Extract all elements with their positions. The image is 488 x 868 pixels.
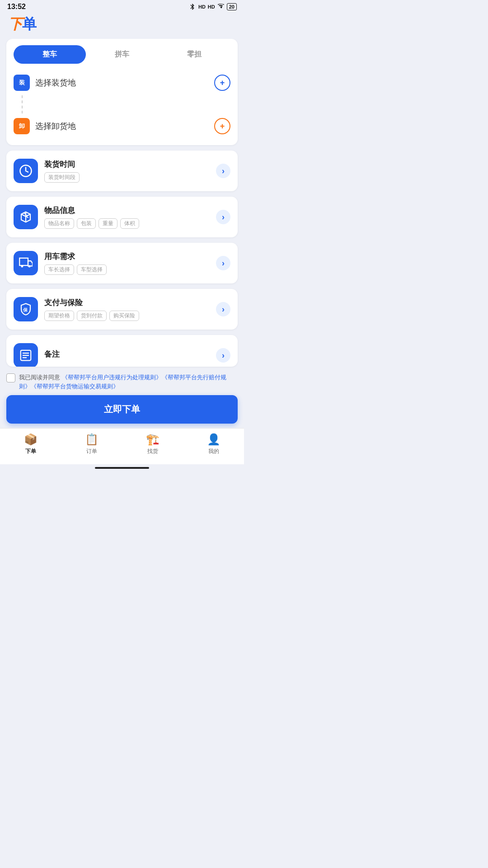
- nav-orders-label: 订单: [86, 448, 97, 455]
- agreement-checkbox[interactable]: [6, 373, 15, 382]
- notes-icon-box: [14, 343, 38, 367]
- goods-icon-box: [14, 205, 38, 229]
- segment-tabs[interactable]: 整车 拼车 零担: [14, 45, 230, 64]
- bluetooth-icon: [189, 3, 196, 10]
- tag-volume: 体积: [120, 218, 139, 229]
- notes-arrow[interactable]: ›: [216, 348, 230, 363]
- status-icons: HD HD 20: [189, 3, 237, 10]
- nav-order-label: 下单: [25, 448, 36, 455]
- app-title: 下单: [8, 14, 236, 34]
- agreement-row: 我已阅读并同意 《帮帮邦平台用户违规行为处理规则》《帮帮邦平台先行赔付规则》《帮…: [0, 371, 244, 391]
- agreement-text: 我已阅读并同意 《帮帮邦平台用户违规行为处理规则》《帮帮邦平台先行赔付规则》《帮…: [19, 373, 238, 391]
- to-badge: 卸: [14, 118, 30, 134]
- nav-item-orders[interactable]: 📋 订单: [61, 433, 122, 455]
- tag-packaging: 包装: [77, 218, 96, 229]
- vehicle-icon-box: [14, 251, 38, 275]
- status-bar: 13:52 HD HD 20: [0, 0, 244, 13]
- nav-mine-label: 我的: [208, 448, 219, 455]
- to-add-button[interactable]: +: [214, 118, 230, 134]
- nav-item-mine[interactable]: 👤 我的: [183, 433, 244, 455]
- note-icon: [19, 349, 33, 362]
- payment-card[interactable]: 保 支付与保险 期望价格 货到付款 购买保险 ›: [6, 289, 238, 330]
- from-label: 选择装货地: [35, 77, 209, 88]
- payment-title: 支付与保险: [44, 297, 210, 308]
- location-section: 装 选择装货地 + 卸 选择卸货地 +: [14, 70, 230, 139]
- vehicle-req-tags: 车长选择 车型选择: [44, 264, 210, 275]
- main-content: 整车 拼车 零担 装 选择装货地 + 卸 选择卸货地 +: [0, 39, 244, 371]
- from-plus-icon: +: [220, 78, 225, 88]
- signal-icon2: HD: [208, 4, 215, 9]
- bottom-indicator: [95, 467, 149, 469]
- battery-icon: 20: [227, 3, 237, 10]
- app-header: 下单: [0, 13, 244, 39]
- status-time: 13:52: [7, 3, 26, 11]
- goods-info-title: 物品信息: [44, 205, 210, 216]
- tag-cod: 货到付款: [77, 311, 107, 321]
- loading-time-icon-box: [14, 159, 38, 183]
- nav-mine-icon: 👤: [207, 433, 221, 446]
- nav-find-icon: 🏗️: [146, 433, 160, 446]
- box-icon: [19, 210, 33, 224]
- svg-point-1: [21, 265, 23, 267]
- loading-time-row: 装货时间 装货时间段 ›: [14, 157, 230, 185]
- payment-text: 支付与保险 期望价格 货到付款 购买保险: [44, 297, 210, 321]
- notes-row: 备注 ›: [14, 341, 230, 367]
- tag-insurance: 购买保险: [109, 311, 139, 321]
- tabs-location-card: 整车 拼车 零担 装 选择装货地 + 卸 选择卸货地 +: [6, 39, 238, 145]
- agreement-link1[interactable]: 《帮帮邦平台用户违规行为处理规则》: [62, 374, 162, 381]
- payment-row: 保 支付与保险 期望价格 货到付款 购买保险 ›: [14, 295, 230, 323]
- nav-orders-icon: 📋: [85, 433, 99, 446]
- vehicle-req-text: 用车需求 车长选择 车型选择: [44, 251, 210, 275]
- tab-zhengche[interactable]: 整车: [14, 45, 86, 64]
- goods-info-card[interactable]: 物品信息 物品名称 包装 重量 体积 ›: [6, 197, 238, 237]
- bottom-nav: 📦 下单 📋 订单 🏗️ 找货 👤 我的: [0, 428, 244, 464]
- payment-arrow[interactable]: ›: [216, 302, 230, 316]
- tag-time-range: 装货时间段: [44, 172, 80, 183]
- nav-order-icon: 📦: [24, 433, 38, 446]
- from-location-row[interactable]: 装 选择装货地 +: [14, 70, 230, 95]
- to-label: 选择卸货地: [35, 121, 209, 132]
- svg-text:保: 保: [23, 307, 28, 312]
- tab-lingdan[interactable]: 零担: [158, 45, 230, 64]
- goods-info-arrow[interactable]: ›: [216, 210, 230, 224]
- loading-time-tags: 装货时间段: [44, 172, 210, 183]
- goods-info-text: 物品信息 物品名称 包装 重量 体积: [44, 205, 210, 229]
- location-connector: [22, 95, 23, 113]
- notes-title: 备注: [44, 349, 210, 359]
- tag-expected-price: 期望价格: [44, 311, 74, 321]
- notes-text: 备注: [44, 349, 210, 362]
- loading-time-title: 装货时间: [44, 159, 210, 170]
- from-add-button[interactable]: +: [214, 75, 230, 91]
- vehicle-req-row: 用车需求 车长选择 车型选择 ›: [14, 249, 230, 277]
- agreement-link3[interactable]: 《帮帮邦平台货物运输交易规则》: [31, 383, 119, 390]
- wifi-icon: [217, 4, 225, 10]
- to-plus-icon: +: [220, 122, 225, 131]
- goods-info-row: 物品信息 物品名称 包装 重量 体积 ›: [14, 203, 230, 231]
- to-location-row[interactable]: 卸 选择卸货地 +: [14, 113, 230, 139]
- tag-goods-name: 物品名称: [44, 218, 74, 229]
- signal-icon: HD: [198, 4, 206, 9]
- payment-tags: 期望价格 货到付款 购买保险: [44, 311, 210, 321]
- submit-button[interactable]: 立即下单: [6, 395, 238, 424]
- tag-weight: 重量: [99, 218, 117, 229]
- vehicle-req-title: 用车需求: [44, 251, 210, 262]
- loading-time-card[interactable]: 装货时间 装货时间段 ›: [6, 151, 238, 191]
- agreement-prefix: 我已阅读并同意: [19, 374, 62, 381]
- notes-card[interactable]: 备注 ›: [6, 335, 238, 367]
- from-badge: 装: [14, 75, 30, 91]
- tag-car-type: 车型选择: [77, 264, 107, 275]
- shield-icon: 保: [19, 302, 33, 316]
- tag-car-length: 车长选择: [44, 264, 74, 275]
- vehicle-req-card[interactable]: 用车需求 车长选择 车型选择 ›: [6, 243, 238, 283]
- vehicle-req-arrow[interactable]: ›: [216, 256, 230, 270]
- loading-time-text: 装货时间 装货时间段: [44, 159, 210, 183]
- payment-icon-box: 保: [14, 297, 38, 321]
- loading-time-arrow[interactable]: ›: [216, 164, 230, 178]
- clock-icon: [19, 164, 33, 178]
- nav-item-find[interactable]: 🏗️ 找货: [122, 433, 183, 455]
- nav-item-order[interactable]: 📦 下单: [0, 433, 61, 455]
- nav-find-label: 找货: [147, 448, 158, 455]
- tab-pinche[interactable]: 拼车: [86, 45, 158, 64]
- goods-info-tags: 物品名称 包装 重量 体积: [44, 218, 210, 229]
- svg-point-2: [28, 265, 31, 267]
